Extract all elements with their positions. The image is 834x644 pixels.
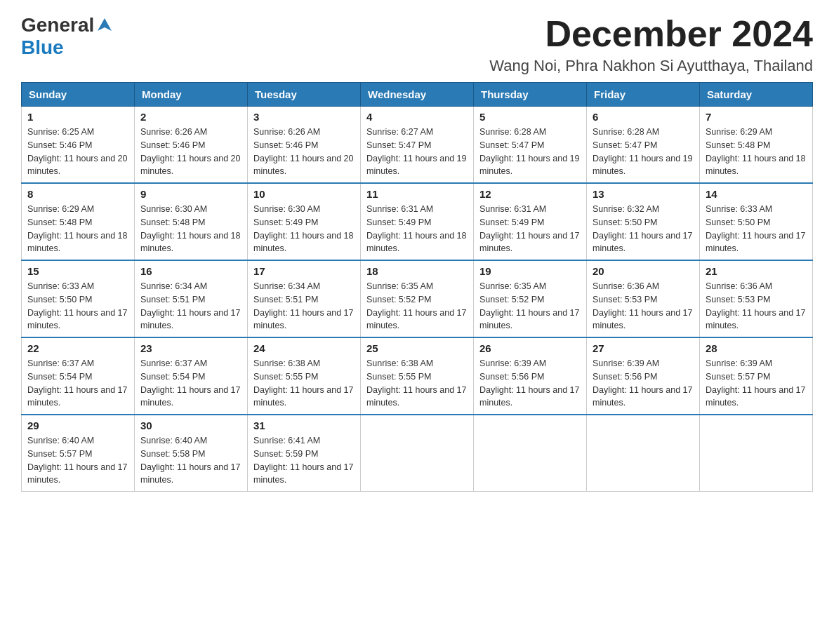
sunrise-label: Sunrise: 6:31 AM	[479, 204, 546, 214]
day-info: Sunrise: 6:38 AM Sunset: 5:55 PM Dayligh…	[366, 357, 468, 410]
daylight-label: Daylight: 11 hours and 19 minutes.	[366, 154, 466, 177]
sunset-label: Sunset: 5:51 PM	[253, 295, 318, 304]
day-number: 23	[140, 342, 241, 354]
sunset-label: Sunset: 5:54 PM	[27, 372, 92, 382]
day-number: 2	[140, 111, 241, 123]
calendar-cell	[700, 415, 813, 492]
daylight-label: Daylight: 11 hours and 20 minutes.	[140, 154, 240, 177]
header-sunday: Sunday	[22, 83, 135, 107]
day-info: Sunrise: 6:40 AM Sunset: 5:57 PM Dayligh…	[27, 434, 128, 487]
day-number: 13	[593, 188, 694, 200]
calendar-cell: 3 Sunrise: 6:26 AM Sunset: 5:46 PM Dayli…	[248, 107, 361, 184]
day-number: 10	[253, 188, 355, 200]
daylight-label: Daylight: 11 hours and 17 minutes.	[140, 308, 240, 331]
sunset-label: Sunset: 5:48 PM	[140, 217, 205, 227]
day-number: 8	[27, 188, 128, 200]
day-number: 31	[253, 420, 355, 431]
day-info: Sunrise: 6:41 AM Sunset: 5:59 PM Dayligh…	[253, 434, 355, 487]
sunrise-label: Sunrise: 6:37 AM	[27, 358, 94, 368]
calendar-cell: 18 Sunrise: 6:35 AM Sunset: 5:52 PM Dayl…	[361, 260, 474, 337]
calendar-cell: 12 Sunrise: 6:31 AM Sunset: 5:49 PM Dayl…	[474, 183, 587, 260]
day-info: Sunrise: 6:30 AM Sunset: 5:49 PM Dayligh…	[253, 203, 355, 255]
sunrise-label: Sunrise: 6:33 AM	[706, 204, 772, 214]
sunrise-label: Sunrise: 6:30 AM	[253, 204, 320, 214]
calendar-cell: 20 Sunrise: 6:36 AM Sunset: 5:53 PM Dayl…	[587, 260, 700, 337]
page-header: General Blue December 2024 Wang Noi, Phr…	[21, 14, 813, 75]
sunrise-label: Sunrise: 6:35 AM	[479, 281, 546, 291]
daylight-label: Daylight: 11 hours and 17 minutes.	[140, 385, 240, 408]
day-info: Sunrise: 6:29 AM Sunset: 5:48 PM Dayligh…	[27, 203, 128, 255]
daylight-label: Daylight: 11 hours and 17 minutes.	[253, 462, 353, 485]
sunrise-label: Sunrise: 6:26 AM	[253, 127, 320, 137]
sunrise-label: Sunrise: 6:38 AM	[253, 358, 320, 368]
sunset-label: Sunset: 5:50 PM	[27, 295, 92, 304]
logo-general-text: General	[21, 14, 94, 36]
month-title: December 2024	[489, 14, 813, 54]
daylight-label: Daylight: 11 hours and 17 minutes.	[140, 462, 240, 485]
sunrise-label: Sunrise: 6:32 AM	[593, 204, 659, 214]
day-number: 3	[253, 111, 355, 123]
logo-arrow-icon	[95, 15, 114, 35]
calendar-cell: 24 Sunrise: 6:38 AM Sunset: 5:55 PM Dayl…	[248, 337, 361, 415]
sunrise-label: Sunrise: 6:40 AM	[27, 436, 94, 445]
sunset-label: Sunset: 5:48 PM	[706, 140, 770, 150]
logo-blue-text: Blue	[21, 36, 64, 59]
daylight-label: Daylight: 11 hours and 19 minutes.	[593, 154, 692, 177]
calendar-cell: 17 Sunrise: 6:34 AM Sunset: 5:51 PM Dayl…	[248, 260, 361, 337]
day-info: Sunrise: 6:39 AM Sunset: 5:57 PM Dayligh…	[706, 357, 807, 410]
sunset-label: Sunset: 5:49 PM	[253, 217, 318, 227]
sunrise-label: Sunrise: 6:38 AM	[366, 358, 433, 368]
sunset-label: Sunset: 5:49 PM	[479, 217, 544, 227]
calendar-cell: 11 Sunrise: 6:31 AM Sunset: 5:49 PM Dayl…	[361, 183, 474, 260]
day-info: Sunrise: 6:36 AM Sunset: 5:53 PM Dayligh…	[593, 280, 694, 333]
daylight-label: Daylight: 11 hours and 17 minutes.	[479, 231, 579, 254]
daylight-label: Daylight: 11 hours and 18 minutes.	[140, 231, 240, 254]
header-friday: Friday	[587, 83, 700, 107]
sunrise-label: Sunrise: 6:39 AM	[593, 358, 659, 368]
sunset-label: Sunset: 5:50 PM	[593, 217, 657, 227]
day-info: Sunrise: 6:34 AM Sunset: 5:51 PM Dayligh…	[140, 280, 241, 333]
calendar-week-row: 8 Sunrise: 6:29 AM Sunset: 5:48 PM Dayli…	[22, 183, 813, 260]
sunset-label: Sunset: 5:55 PM	[253, 372, 318, 382]
daylight-label: Daylight: 11 hours and 17 minutes.	[366, 308, 466, 331]
sunset-label: Sunset: 5:48 PM	[27, 217, 92, 227]
sunset-label: Sunset: 5:55 PM	[366, 372, 431, 382]
calendar-cell: 30 Sunrise: 6:40 AM Sunset: 5:58 PM Dayl…	[135, 415, 248, 492]
sunset-label: Sunset: 5:54 PM	[140, 372, 205, 382]
day-number: 21	[706, 265, 807, 277]
header-monday: Monday	[135, 83, 248, 107]
day-number: 16	[140, 265, 241, 277]
daylight-label: Daylight: 11 hours and 17 minutes.	[253, 385, 353, 408]
sunrise-label: Sunrise: 6:39 AM	[706, 358, 772, 368]
calendar-cell: 15 Sunrise: 6:33 AM Sunset: 5:50 PM Dayl…	[22, 260, 135, 337]
day-number: 15	[27, 265, 128, 277]
sunset-label: Sunset: 5:58 PM	[140, 449, 205, 459]
day-info: Sunrise: 6:33 AM Sunset: 5:50 PM Dayligh…	[706, 203, 807, 255]
calendar-cell	[587, 415, 700, 492]
day-number: 6	[593, 111, 694, 123]
sunrise-label: Sunrise: 6:39 AM	[479, 358, 546, 368]
sunset-label: Sunset: 5:52 PM	[479, 295, 544, 304]
sunrise-label: Sunrise: 6:34 AM	[253, 281, 320, 291]
day-info: Sunrise: 6:35 AM Sunset: 5:52 PM Dayligh…	[366, 280, 468, 333]
day-info: Sunrise: 6:40 AM Sunset: 5:58 PM Dayligh…	[140, 434, 241, 487]
calendar-cell: 21 Sunrise: 6:36 AM Sunset: 5:53 PM Dayl…	[700, 260, 813, 337]
calendar-cell: 31 Sunrise: 6:41 AM Sunset: 5:59 PM Dayl…	[248, 415, 361, 492]
calendar-week-row: 15 Sunrise: 6:33 AM Sunset: 5:50 PM Dayl…	[22, 260, 813, 337]
sunset-label: Sunset: 5:47 PM	[593, 140, 657, 150]
calendar-cell: 22 Sunrise: 6:37 AM Sunset: 5:54 PM Dayl…	[22, 337, 135, 415]
daylight-label: Daylight: 11 hours and 17 minutes.	[27, 462, 127, 485]
day-info: Sunrise: 6:26 AM Sunset: 5:46 PM Dayligh…	[253, 126, 355, 178]
title-section: December 2024 Wang Noi, Phra Nakhon Si A…	[489, 14, 813, 75]
sunrise-label: Sunrise: 6:29 AM	[706, 127, 772, 137]
calendar-cell: 8 Sunrise: 6:29 AM Sunset: 5:48 PM Dayli…	[22, 183, 135, 260]
header-tuesday: Tuesday	[248, 83, 361, 107]
daylight-label: Daylight: 11 hours and 17 minutes.	[593, 308, 692, 331]
day-number: 20	[593, 265, 694, 277]
sunset-label: Sunset: 5:47 PM	[479, 140, 544, 150]
calendar-week-row: 29 Sunrise: 6:40 AM Sunset: 5:57 PM Dayl…	[22, 415, 813, 492]
sunset-label: Sunset: 5:56 PM	[593, 372, 657, 382]
sunrise-label: Sunrise: 6:28 AM	[593, 127, 659, 137]
sunrise-label: Sunrise: 6:36 AM	[706, 281, 772, 291]
sunrise-label: Sunrise: 6:30 AM	[140, 204, 207, 214]
